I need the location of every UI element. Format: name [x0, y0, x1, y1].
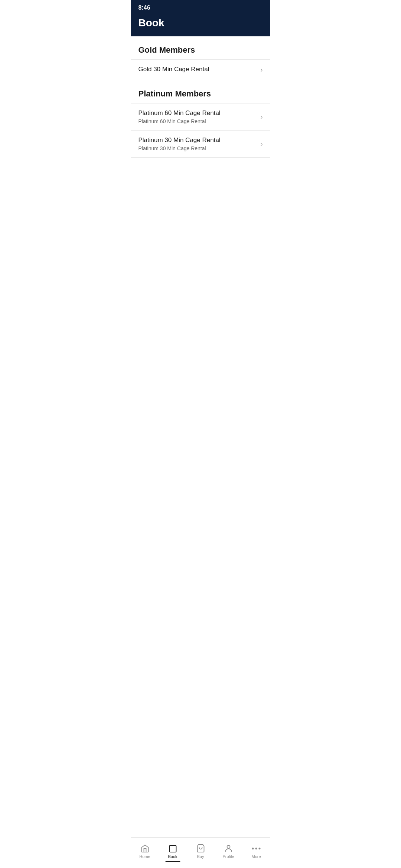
platinum-60-item-content: Platinum 60 Min Cage Rental Platinum 60 … [138, 109, 256, 124]
gold-30-item-title: Gold 30 Min Cage Rental [138, 66, 256, 73]
header: Book [131, 14, 270, 36]
main-content: Gold Members Gold 30 Min Cage Rental › P… [131, 36, 270, 187]
chevron-right-icon: › [261, 140, 263, 148]
status-bar: 8:46 [131, 0, 270, 14]
page-title: Book [138, 17, 263, 29]
status-time: 8:46 [138, 4, 150, 11]
chevron-right-icon: › [261, 66, 263, 74]
gold-30-item-content: Gold 30 Min Cage Rental [138, 66, 256, 74]
platinum-30-item-content: Platinum 30 Min Cage Rental Platinum 30 … [138, 137, 256, 151]
gold-30-min-cage-rental-item[interactable]: Gold 30 Min Cage Rental › [131, 59, 270, 80]
platinum-30-min-cage-rental-item[interactable]: Platinum 30 Min Cage Rental Platinum 30 … [131, 131, 270, 158]
chevron-right-icon: › [261, 113, 263, 121]
platinum-60-min-cage-rental-item[interactable]: Platinum 60 Min Cage Rental Platinum 60 … [131, 103, 270, 131]
platinum-30-item-title: Platinum 30 Min Cage Rental [138, 137, 256, 144]
gold-members-heading: Gold Members [131, 36, 270, 59]
platinum-60-item-subtitle: Platinum 60 Min Cage Rental [138, 118, 256, 124]
platinum-60-item-title: Platinum 60 Min Cage Rental [138, 109, 256, 117]
platinum-30-item-subtitle: Platinum 30 Min Cage Rental [138, 145, 256, 151]
platinum-members-heading: Platinum Members [131, 80, 270, 103]
